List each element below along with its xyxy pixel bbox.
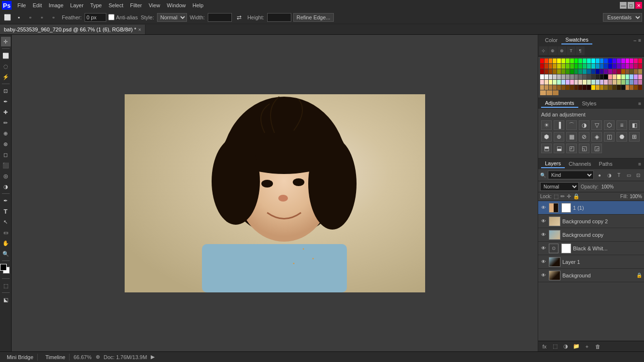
pen-tool[interactable]: ✒ <box>1 196 11 205</box>
swatch[interactable] <box>566 64 570 69</box>
swatch[interactable] <box>544 80 548 85</box>
swatch[interactable] <box>591 74 595 79</box>
swatch[interactable] <box>634 69 638 74</box>
swatch[interactable] <box>561 85 565 90</box>
lasso-tool[interactable]: ◌ <box>1 61 11 71</box>
swatch[interactable] <box>617 69 621 74</box>
layer-filter-adj-icon[interactable]: ◑ <box>605 171 613 179</box>
swatch[interactable] <box>600 80 604 85</box>
shape-tool[interactable]: ▭ <box>1 228 11 237</box>
swatch[interactable] <box>587 64 591 69</box>
layer-visibility-icon[interactable]: 👁 <box>540 218 547 225</box>
menu-edit[interactable]: Edit <box>30 1 45 9</box>
swatch[interactable] <box>626 58 630 63</box>
swatch[interactable] <box>596 80 600 85</box>
adj-photofilter-icon[interactable]: ⬢ <box>541 132 552 142</box>
swatch[interactable] <box>608 74 612 79</box>
marquee-rect-tool[interactable]: ⬜ <box>1 51 11 60</box>
swatch[interactable] <box>634 58 638 63</box>
menu-window[interactable]: Window <box>164 1 188 9</box>
swatch[interactable] <box>621 85 625 90</box>
swatch[interactable] <box>566 85 570 90</box>
marquee-options-2[interactable]: ▫ <box>25 12 36 23</box>
swatch[interactable] <box>634 85 638 90</box>
swatch[interactable] <box>591 85 595 90</box>
swatch[interactable] <box>549 85 553 90</box>
swatch[interactable] <box>596 74 600 79</box>
swatch[interactable] <box>561 69 565 74</box>
swatch[interactable] <box>600 85 604 90</box>
swatch[interactable] <box>553 74 557 79</box>
cs-tool-2[interactable]: ⊕ <box>548 46 557 55</box>
adj-brightness-icon[interactable]: ☀ <box>541 120 552 130</box>
panel-menu-icon[interactable]: ≡ <box>638 38 641 43</box>
quick-select-tool[interactable]: ⚡ <box>1 72 11 82</box>
swatch[interactable] <box>591 64 595 69</box>
add-mask-icon[interactable]: ⬚ <box>551 342 559 351</box>
swatch[interactable] <box>587 58 591 63</box>
swatch[interactable] <box>617 85 621 90</box>
move-tool[interactable]: ✛ <box>1 37 11 46</box>
swatch[interactable] <box>553 58 557 63</box>
tab-channels[interactable]: Channels <box>565 160 595 168</box>
swatch[interactable] <box>570 69 574 74</box>
layer-visibility-icon[interactable]: 👁 <box>540 272 547 279</box>
screen-mode-tool[interactable]: ⬕ <box>1 295 11 304</box>
adj-channelmix-icon[interactable]: ⊕ <box>554 132 564 142</box>
adj-exposure-icon[interactable]: ◑ <box>579 120 589 130</box>
layer-filter-toggle-icon[interactable]: ⊡ <box>634 171 642 179</box>
adj-panel-menu-icon[interactable]: ≡ <box>638 101 641 106</box>
adj-threshold-icon[interactable]: ◫ <box>604 132 615 142</box>
swatch[interactable] <box>608 64 612 69</box>
swatch[interactable] <box>634 64 638 69</box>
dodge-tool[interactable]: ◑ <box>1 182 11 191</box>
delete-layer-icon[interactable]: 🗑 <box>593 342 602 351</box>
swatch[interactable] <box>613 69 616 74</box>
swatch[interactable] <box>621 74 625 79</box>
swatch[interactable] <box>626 74 630 79</box>
swatch[interactable] <box>570 74 574 79</box>
cs-tool-5[interactable]: ¶ <box>576 46 585 55</box>
tab-paths[interactable]: Paths <box>595 160 616 168</box>
tab-color[interactable]: Color <box>541 36 561 44</box>
swatch[interactable] <box>596 85 600 90</box>
quick-mask-tool[interactable]: ⬚ <box>1 281 11 290</box>
workspace-select[interactable]: Essentials <box>603 13 642 22</box>
swatch[interactable] <box>600 69 604 74</box>
adj-gradientmap-icon[interactable]: ⬣ <box>616 132 627 142</box>
crop-tool[interactable]: ⊡ <box>1 86 11 96</box>
swatch[interactable] <box>549 74 553 79</box>
swatch[interactable] <box>630 69 633 74</box>
swatch[interactable] <box>630 64 633 69</box>
swatch[interactable] <box>540 58 544 63</box>
add-adjustment-icon[interactable]: ◑ <box>561 342 570 351</box>
swatch[interactable] <box>630 80 633 85</box>
swatch[interactable] <box>540 69 544 74</box>
swatch[interactable] <box>630 85 633 90</box>
swatch[interactable] <box>608 69 612 74</box>
adj-selectivecolor-icon[interactable]: ⊞ <box>629 132 640 142</box>
swatch[interactable] <box>613 80 616 85</box>
layer-filter-visible-icon[interactable]: ● <box>596 171 603 179</box>
swatch[interactable] <box>613 58 616 63</box>
swatch[interactable] <box>634 80 638 85</box>
refine-edge-button[interactable]: Refine Edge... <box>293 13 334 22</box>
swatch[interactable] <box>566 58 570 63</box>
adj-clip4-icon[interactable]: ◱ <box>579 144 589 153</box>
swatch[interactable] <box>596 69 600 74</box>
swatch[interactable] <box>557 85 561 90</box>
menu-filter[interactable]: Filter <box>127 1 144 9</box>
menu-view[interactable]: View <box>146 1 163 9</box>
swatch[interactable] <box>561 64 565 69</box>
swatch[interactable] <box>604 69 608 74</box>
swatch[interactable] <box>638 58 642 63</box>
swatch[interactable] <box>574 69 578 74</box>
adj-levels-icon[interactable]: ▐ <box>554 120 564 130</box>
swatch[interactable] <box>553 85 557 90</box>
layer-filter-shape-icon[interactable]: ▭ <box>625 171 632 179</box>
document-tab[interactable]: baby-2553539_960_720.psd @ 66.7% (1 (6),… <box>0 25 145 34</box>
tab-layers[interactable]: Layers <box>541 159 565 168</box>
swatch[interactable] <box>583 74 587 79</box>
swatch[interactable] <box>621 64 625 69</box>
swatch[interactable] <box>570 64 574 69</box>
